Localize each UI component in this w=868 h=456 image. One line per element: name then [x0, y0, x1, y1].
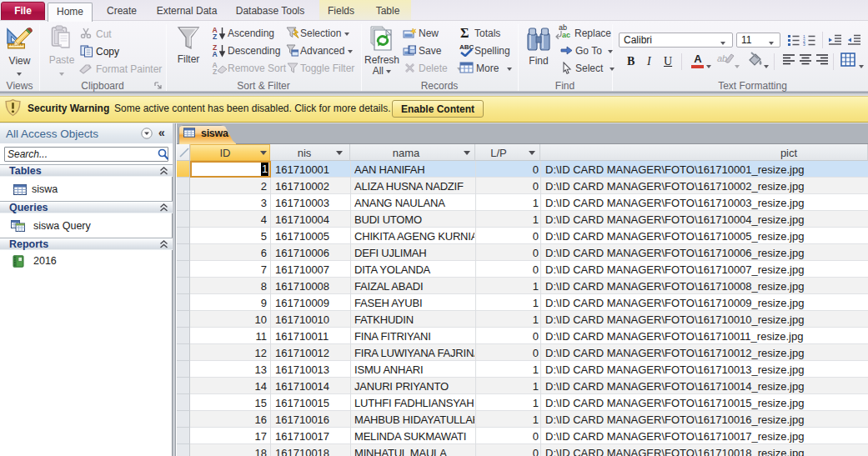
- svg-text:3: 3: [803, 42, 805, 46]
